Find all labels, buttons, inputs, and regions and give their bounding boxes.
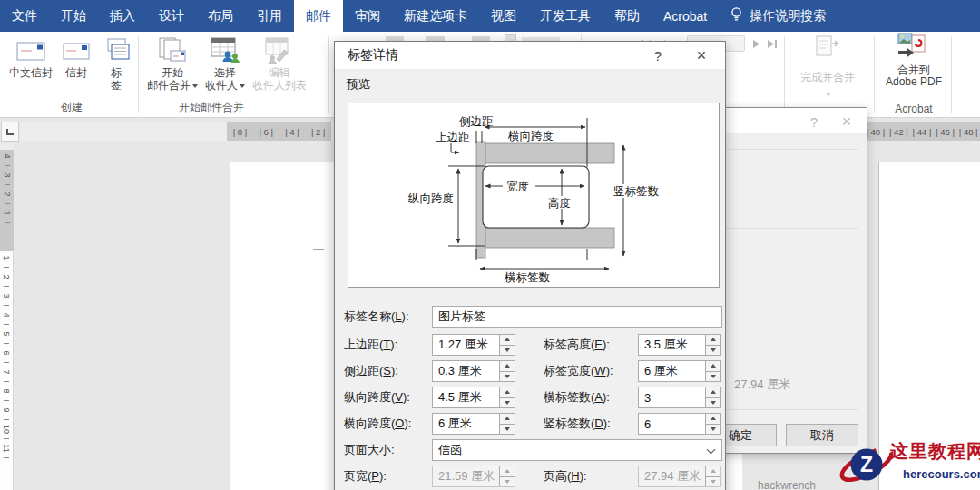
ribbon-tab-3[interactable]: 设计 bbox=[147, 0, 196, 32]
close-button[interactable]: × bbox=[832, 108, 861, 135]
spinner[interactable] bbox=[705, 361, 720, 381]
ribbon-tab-4[interactable]: 布局 bbox=[196, 0, 245, 32]
form-row-3: 纵向跨度(V): 4.5 厘米 横标签数(A): 3 bbox=[344, 387, 721, 408]
ribbon-tab-6[interactable]: 邮件 bbox=[294, 0, 343, 32]
tell-me-label: 操作说明搜索 bbox=[750, 8, 826, 24]
spin-up-icon[interactable] bbox=[500, 414, 514, 425]
page-height-input: 27.94 厘米 bbox=[638, 466, 721, 487]
spin-down-icon[interactable] bbox=[706, 346, 720, 356]
start-mail-merge-line2: 邮件合并 bbox=[147, 79, 198, 92]
ruler-number: | 6 | bbox=[259, 127, 273, 137]
watermark-logo: Z 这里教程网 herecours.com bbox=[838, 426, 980, 490]
ribbon-tab-9[interactable]: 视图 bbox=[479, 0, 528, 32]
spinner[interactable] bbox=[499, 387, 514, 407]
tell-me-search[interactable]: 操作说明搜索 bbox=[719, 0, 837, 32]
ribbon-tab-0[interactable]: 文件 bbox=[0, 0, 49, 32]
start-mail-merge-line2-text: 邮件合并 bbox=[147, 79, 191, 92]
down-count-input[interactable]: 6 bbox=[638, 413, 721, 435]
chinese-envelope-button[interactable]: 中文信封 bbox=[5, 32, 56, 103]
spin-down-icon[interactable] bbox=[706, 372, 720, 382]
diagram-v-count-label: 竖标签数 bbox=[613, 185, 660, 198]
close-button[interactable]: × bbox=[687, 42, 716, 69]
ribbon-tab-5[interactable]: 引用 bbox=[245, 0, 294, 32]
preview-group-label: 预览 bbox=[347, 76, 370, 93]
spin-up-icon[interactable] bbox=[706, 387, 720, 398]
spin-up-icon[interactable] bbox=[500, 361, 514, 372]
label-height-input[interactable]: 3.5 厘米 bbox=[638, 334, 721, 356]
label-details-title-bar[interactable]: 标签详情 ? × bbox=[335, 42, 725, 69]
ruler-tick bbox=[4, 381, 9, 382]
dropdown-arrow-icon bbox=[826, 93, 831, 96]
ruler-number: 1 bbox=[0, 211, 13, 215]
ruler-number: | 40 | bbox=[866, 127, 885, 137]
spin-down-icon[interactable] bbox=[706, 425, 720, 435]
spin-down-icon[interactable] bbox=[500, 425, 514, 435]
diagram-side-margin-label: 侧边距 bbox=[459, 115, 494, 128]
form-row-page-size: 页面大小: 信函 bbox=[344, 439, 722, 461]
vertical-pitch-input[interactable]: 4.5 厘米 bbox=[432, 387, 515, 408]
horizontal-pitch-label: 横向跨度(O): bbox=[344, 416, 432, 432]
ruler-tick bbox=[4, 324, 9, 325]
ruler-number: | 42 | bbox=[889, 127, 908, 137]
ruler-number: 8 bbox=[0, 388, 13, 393]
spin-down-icon[interactable] bbox=[500, 346, 514, 356]
across-count-input[interactable]: 3 bbox=[638, 387, 721, 408]
spinner[interactable] bbox=[499, 335, 514, 355]
side-margin-input[interactable]: 0.3 厘米 bbox=[432, 360, 515, 382]
spin-down-icon[interactable] bbox=[706, 398, 720, 408]
help-button[interactable]: ? bbox=[643, 42, 672, 69]
envelope-button[interactable]: 信封 bbox=[56, 32, 96, 103]
ribbon-tab-10[interactable]: 开发工具 bbox=[528, 0, 603, 32]
top-margin-label: 上边距(T): bbox=[344, 337, 432, 353]
ribbon-tab-12[interactable]: Acrobat bbox=[652, 0, 719, 32]
spin-up-icon[interactable] bbox=[706, 335, 720, 346]
spinner[interactable] bbox=[705, 387, 720, 407]
ribbon-tab-11[interactable]: 帮助 bbox=[603, 0, 652, 32]
spin-down-icon bbox=[500, 477, 514, 487]
ruler-number: | 48 | bbox=[959, 127, 978, 137]
spinner[interactable] bbox=[499, 361, 514, 381]
labels-label-line1: 标 bbox=[111, 66, 122, 79]
help-button[interactable]: ? bbox=[799, 108, 828, 135]
label-name-input[interactable]: 图片标签 bbox=[432, 306, 722, 328]
spin-up-icon[interactable] bbox=[500, 387, 514, 398]
group-separator bbox=[784, 36, 785, 113]
ribbon-tab-1[interactable]: 开始 bbox=[49, 0, 98, 32]
ruler-tick bbox=[5, 165, 10, 166]
ruler-number: | 8 | bbox=[233, 127, 248, 137]
spin-down-icon[interactable] bbox=[500, 398, 514, 408]
label-width-input[interactable]: 6 厘米 bbox=[638, 360, 721, 382]
spinner[interactable] bbox=[499, 414, 514, 434]
lightbulb-icon bbox=[730, 6, 743, 25]
spin-down-icon[interactable] bbox=[500, 372, 514, 382]
ribbon-tab-7[interactable]: 审阅 bbox=[343, 0, 392, 32]
edit-recipient-list-button: 编辑 收件人列表 bbox=[249, 32, 310, 103]
top-margin-input[interactable]: 1.27 厘米 bbox=[432, 334, 515, 356]
label-preview-box: 侧边距 上边距 横向跨度 纵向跨度 宽度 高度 竖标签数 横标签数 bbox=[348, 103, 720, 288]
spinner[interactable] bbox=[705, 414, 720, 434]
merge-to-adobe-pdf-button[interactable]: 合并到 Adobe PDF bbox=[878, 32, 949, 88]
start-mail-merge-button[interactable]: 开始 邮件合并 bbox=[143, 32, 201, 103]
form-row-label-name: 标签名称(L): 图片标签 bbox=[344, 306, 722, 328]
group-separator bbox=[874, 36, 875, 113]
spin-up-icon[interactable] bbox=[706, 361, 720, 372]
labels-button[interactable]: 标 签 bbox=[96, 32, 136, 103]
ruler-number: 6 bbox=[0, 350, 13, 355]
chinese-envelope-icon bbox=[15, 35, 46, 66]
label-height-value: 3.5 厘米 bbox=[644, 337, 688, 353]
watermark-texts: 这里教程网 herecours.com bbox=[890, 439, 980, 481]
tab-stop-selector[interactable] bbox=[1, 122, 19, 142]
select-recipients-button[interactable]: 选择 收件人 bbox=[201, 32, 249, 103]
label-width-value: 6 厘米 bbox=[644, 363, 678, 379]
spin-up-icon[interactable] bbox=[706, 414, 720, 425]
ruler-tick bbox=[4, 286, 9, 287]
ribbon-tab-8[interactable]: 新建选项卡 bbox=[392, 0, 479, 32]
horizontal-pitch-input[interactable]: 6 厘米 bbox=[432, 413, 515, 435]
spinner[interactable] bbox=[705, 335, 720, 355]
form-row-page-dims: 页宽(P): 21.59 厘米 页高(H): 27.94 厘米 bbox=[344, 466, 721, 487]
vertical-ruler[interactable]: 4321 1234567891011 bbox=[0, 143, 14, 490]
spin-up-icon[interactable] bbox=[500, 335, 514, 346]
ribbon-tab-2[interactable]: 插入 bbox=[98, 0, 147, 32]
page-size-combobox[interactable]: 信函 bbox=[432, 439, 722, 461]
label-height-label: 标签高度(E): bbox=[544, 337, 638, 353]
